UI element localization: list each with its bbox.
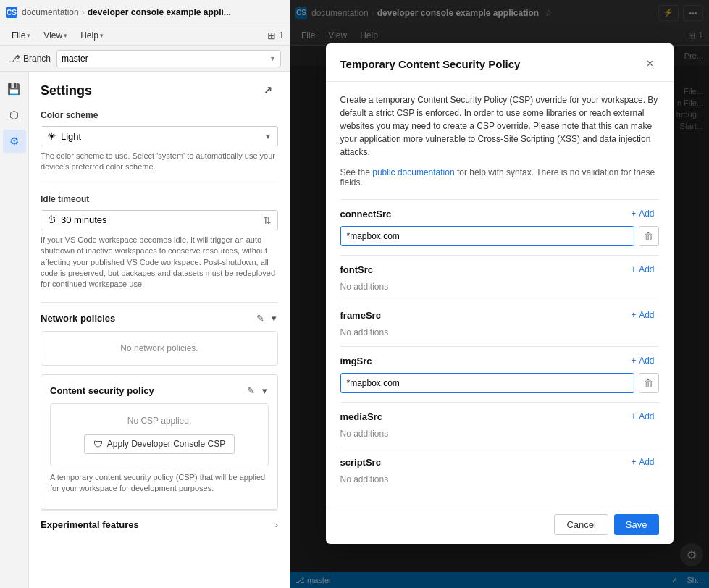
idle-timeout-label: Idle timeout: [41, 194, 278, 204]
sidebar-icon-save[interactable]: 💾: [3, 77, 26, 101]
csp-script-src-section: scriptSrc + Add No additions: [340, 448, 659, 484]
csp-script-src-header: scriptSrc + Add: [340, 455, 659, 469]
csp-connect-src-delete-button[interactable]: 🗑: [639, 226, 659, 246]
csp-font-src-section: fontSrc + Add No additions: [340, 255, 659, 292]
modal-overlay: Temporary Content Security Policy × Crea…: [290, 0, 709, 588]
csp-frame-src-no-additions: No additions: [340, 327, 659, 337]
csp-font-src-add-button[interactable]: + Add: [626, 263, 658, 276]
csp-collapse-icon[interactable]: ▾: [261, 384, 269, 398]
csp-font-src-header: fontSrc + Add: [340, 263, 659, 276]
csp-img-src-header: imgSrc + Add: [340, 354, 659, 367]
save-button[interactable]: Save: [614, 514, 659, 535]
csp-img-src-add-button[interactable]: + Add: [626, 354, 658, 367]
left-panel: CS documentation › developer console exa…: [0, 0, 290, 588]
csp-media-src-add-button[interactable]: + Add: [626, 410, 658, 423]
plus-icon-6: +: [631, 457, 636, 467]
csp-frame-src-title: frameSrc: [340, 310, 381, 321]
plus-icon: +: [631, 209, 636, 219]
right-background: CS documentation › developer console exa…: [290, 0, 709, 588]
experimental-chevron: ›: [275, 519, 278, 530]
csp-script-src-title: scriptSrc: [340, 457, 381, 468]
plus-icon-5: +: [631, 411, 636, 421]
csp-media-src-header: mediaSrc + Add: [340, 410, 659, 423]
csp-media-src-no-additions: No additions: [340, 429, 659, 439]
csp-box: No CSP applied. 🛡 Apply Developer Consol…: [50, 403, 269, 466]
timeout-select[interactable]: ⏱ 30 minutes ⇅: [41, 210, 278, 230]
modal: Temporary Content Security Policy × Crea…: [326, 43, 674, 544]
csp-font-src-title: fontSrc: [340, 264, 374, 275]
network-edit-icon[interactable]: ✎: [255, 311, 266, 325]
timeout-caret: ⇅: [263, 214, 272, 226]
network-policies-icons: ✎ ▾: [255, 311, 278, 325]
plus-icon-3: +: [631, 310, 636, 320]
csp-media-src-section: mediaSrc + Add No additions: [340, 402, 659, 439]
color-scheme-value: Light: [61, 131, 81, 142]
csp-img-src-delete-button[interactable]: 🗑: [639, 373, 659, 393]
menu-view[interactable]: View▾: [38, 29, 73, 42]
csp-connect-src-add-button[interactable]: + Add: [626, 207, 658, 220]
network-policies-header[interactable]: Network policies ✎ ▾: [41, 302, 278, 331]
csp-script-src-add-button[interactable]: + Add: [626, 455, 658, 469]
modal-header: Temporary Content Security Policy ×: [326, 43, 674, 82]
csp-header[interactable]: Content security policy ✎ ▾: [50, 381, 269, 403]
cancel-button[interactable]: Cancel: [554, 514, 608, 535]
menu-help[interactable]: Help▾: [75, 29, 109, 42]
csp-connect-src-input[interactable]: [340, 226, 634, 246]
csp-connect-src-header: connectSrc + Add: [340, 207, 659, 220]
color-scheme-label: Color scheme: [41, 110, 278, 120]
tab-count: ⊞ 1: [267, 30, 284, 41]
network-policies-section: Network policies ✎ ▾ No network policies…: [41, 302, 278, 366]
breadcrumb-doc: documentation: [22, 7, 79, 17]
csp-connect-src-input-row: 🗑: [340, 226, 659, 246]
csp-media-src-title: mediaSrc: [340, 411, 383, 422]
experimental-features-title: Experimental features: [41, 519, 139, 530]
modal-title: Temporary Content Security Policy: [340, 58, 521, 70]
timeout-value: 30 minutes: [61, 214, 107, 225]
csp-icons: ✎ ▾: [246, 384, 269, 398]
modal-footer: Cancel Save: [326, 505, 674, 544]
modal-link-row: See the public documentation for help wi…: [340, 167, 659, 188]
sidebar-icon-settings[interactable]: ⚙: [3, 130, 26, 153]
right-panel: CS documentation › developer console exa…: [290, 0, 709, 588]
csp-connect-src-title: connectSrc: [340, 209, 392, 219]
left-titlebar: CS documentation › developer console exa…: [0, 0, 290, 25]
experimental-features-row[interactable]: Experimental features ›: [41, 510, 278, 539]
csp-frame-src-add-button[interactable]: + Add: [626, 308, 658, 322]
csp-img-src-title: imgSrc: [340, 356, 372, 366]
csp-script-src-no-additions: No additions: [340, 474, 659, 484]
app-icon: CS: [6, 7, 17, 18]
csp-img-src-input-row: 🗑: [340, 373, 659, 393]
panel-body: 💾 ⬡ ⚙ Settings ↗ Color scheme ☀ Light ▼ …: [0, 72, 290, 588]
network-policies-box: No network policies.: [41, 331, 278, 366]
branch-label: ⎇ Branch: [9, 53, 51, 64]
network-collapse-icon[interactable]: ▾: [270, 311, 278, 325]
csp-title: Content security policy: [50, 385, 154, 396]
csp-edit-icon[interactable]: ✎: [246, 384, 256, 398]
modal-public-doc-link[interactable]: public documentation: [372, 167, 454, 177]
sidebar-icons: 💾 ⬡ ⚙: [0, 72, 29, 588]
export-icon[interactable]: ↗: [264, 84, 278, 98]
settings-title: Settings ↗: [41, 83, 278, 98]
csp-description: A temporary content security policy (CSP…: [50, 472, 269, 495]
csp-connect-src-section: connectSrc + Add 🗑: [340, 199, 659, 246]
breadcrumb-app: developer console example appli...: [88, 7, 231, 17]
modal-close-button[interactable]: ×: [642, 55, 659, 72]
color-scheme-caret: ▼: [264, 133, 272, 140]
divider-1: [41, 185, 278, 185]
plus-icon-2: +: [631, 264, 636, 274]
menu-file[interactable]: File▾: [6, 29, 36, 42]
settings-content: Settings ↗ Color scheme ☀ Light ▼ The co…: [29, 72, 290, 588]
csp-frame-src-header: frameSrc + Add: [340, 308, 659, 322]
branch-select[interactable]: master ▼: [56, 50, 281, 67]
apply-csp-button[interactable]: 🛡 Apply Developer Console CSP: [84, 434, 235, 454]
csp-img-src-input[interactable]: [340, 373, 634, 393]
modal-body[interactable]: Create a temporary Content Security Poli…: [326, 82, 674, 505]
csp-font-src-no-additions: No additions: [340, 282, 659, 292]
color-scheme-select[interactable]: ☀ Light ▼: [41, 126, 278, 146]
color-scheme-help: The color scheme to use. Select 'system'…: [41, 151, 278, 173]
apply-csp-icon: 🛡: [93, 439, 103, 450]
plus-icon-4: +: [631, 356, 636, 366]
csp-frame-src-section: frameSrc + Add No additions: [340, 301, 659, 337]
sidebar-icon-cube[interactable]: ⬡: [3, 104, 26, 127]
sun-icon: ☀: [47, 130, 56, 142]
